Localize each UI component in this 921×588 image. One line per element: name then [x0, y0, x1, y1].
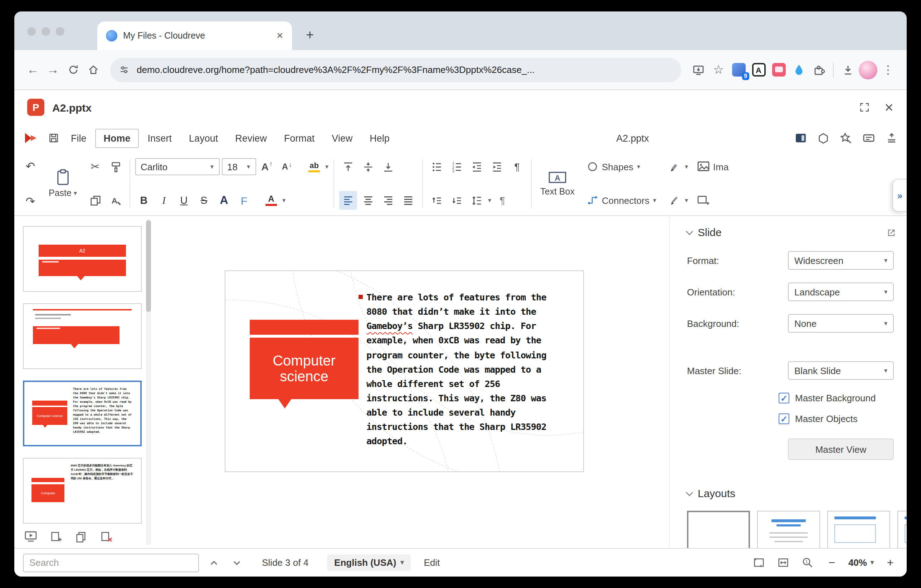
strikethrough-icon[interactable]: S [195, 192, 213, 209]
feedback-star-icon[interactable] [840, 132, 852, 145]
hide-toolbar-icon[interactable] [885, 132, 898, 145]
layouts-section-header[interactable]: Layouts [687, 487, 894, 499]
extension-drop-icon[interactable] [789, 60, 809, 80]
layout-blank[interactable] [687, 511, 750, 548]
title-shape[interactable]: Computer science [250, 338, 358, 399]
slide-thumbnail-4[interactable]: Computer 8080 芯片的很多功能都没有加入 Gameboy 的芯片 L… [23, 458, 142, 524]
font-name-select[interactable]: Carlito [135, 158, 219, 175]
bold-icon[interactable]: B [135, 192, 153, 209]
highlight-color-icon[interactable]: ab [305, 158, 323, 176]
duplicate-slide-icon[interactable] [75, 530, 87, 543]
align-right-icon[interactable] [379, 191, 397, 210]
format-select[interactable]: Widescreen [788, 251, 894, 270]
paragraph-settings-icon[interactable] [493, 191, 511, 210]
install-app-icon[interactable] [688, 60, 708, 80]
paragraph-space-after-icon[interactable] [448, 191, 466, 210]
copy-style-icon[interactable]: A [106, 191, 124, 210]
forward-button[interactable] [43, 60, 63, 80]
insert-placeholder-icon[interactable] [694, 191, 712, 210]
downloads-icon[interactable] [838, 60, 858, 80]
char-style-f-icon[interactable]: F [235, 192, 253, 209]
align-text-top-icon[interactable] [339, 158, 357, 176]
theme-toggle-icon[interactable] [794, 132, 807, 145]
caret-down-icon[interactable] [282, 197, 286, 203]
highlighter-pen-icon[interactable] [665, 158, 683, 176]
toolbar-overflow-button[interactable] [892, 179, 907, 212]
search-input[interactable] [23, 553, 199, 572]
zoom-in-button[interactable] [882, 555, 898, 570]
zoom-window-button[interactable] [56, 27, 64, 36]
menu-help[interactable]: Help [361, 128, 398, 148]
expand-viewer-icon[interactable] [858, 102, 870, 113]
zoom-actual-icon[interactable]: 1 [800, 555, 815, 570]
redo-icon[interactable] [21, 192, 39, 210]
thumbnails-scrollbar[interactable] [146, 219, 151, 545]
menu-home[interactable]: Home [95, 128, 139, 148]
advanced-settings-icon[interactable] [887, 227, 897, 237]
menu-review[interactable]: Review [226, 128, 275, 148]
decrease-font-icon[interactable]: A↓ [278, 158, 296, 176]
delete-slide-icon[interactable] [100, 530, 113, 543]
master-view-button[interactable]: Master View [788, 439, 894, 460]
back-button[interactable] [23, 60, 43, 80]
title-shape-top[interactable] [250, 320, 358, 335]
align-left-icon[interactable] [339, 191, 357, 210]
char-style-a-icon[interactable]: A [215, 192, 233, 209]
search-next-icon[interactable] [229, 555, 245, 570]
zoom-level[interactable]: 40% [848, 557, 874, 568]
paragraph-mark-icon[interactable] [508, 158, 526, 176]
minimize-window-button[interactable] [42, 27, 50, 36]
format-painter-icon[interactable] [106, 158, 124, 176]
align-justify-icon[interactable] [399, 191, 417, 210]
slide-section-header[interactable]: Slide [687, 226, 894, 238]
site-settings-icon[interactable] [119, 64, 130, 75]
slide-canvas[interactable]: Computer science There are lots of featu… [153, 216, 669, 548]
line-spacing-icon[interactable] [468, 191, 486, 210]
close-window-button[interactable] [27, 27, 36, 36]
cut-icon[interactable] [86, 158, 104, 176]
orientation-select[interactable]: Landscape [788, 283, 894, 301]
extension-tv-icon[interactable] [768, 60, 789, 80]
tab-close-icon[interactable] [276, 31, 283, 41]
hotkeys-card-icon[interactable] [862, 132, 875, 145]
background-select[interactable]: None [788, 314, 894, 333]
language-selector[interactable]: English (USA) [327, 554, 411, 571]
extension-shield-icon[interactable]: 9 [729, 60, 749, 80]
add-slide-icon[interactable] [50, 530, 62, 543]
reload-button[interactable] [63, 60, 83, 80]
home-button[interactable] [83, 60, 103, 80]
master-objects-checkbox[interactable] [779, 413, 789, 424]
layout-two-content[interactable] [897, 511, 907, 548]
close-viewer-icon[interactable] [884, 101, 894, 114]
caret-down-icon[interactable] [325, 164, 329, 170]
numbered-list-icon[interactable]: 123 [448, 158, 466, 176]
font-size-select[interactable]: 18 [221, 158, 256, 175]
underline-icon[interactable]: U [175, 192, 193, 209]
current-slide[interactable]: Computer science There are lots of featu… [225, 270, 584, 472]
increase-indent-icon[interactable] [488, 158, 506, 176]
profile-avatar[interactable] [858, 60, 878, 80]
bullet-list-icon[interactable] [428, 158, 446, 176]
save-icon[interactable] [44, 129, 62, 147]
start-slideshow-icon[interactable] [24, 531, 37, 542]
menu-layout[interactable]: Layout [180, 128, 226, 148]
browser-tab[interactable]: My Files - Cloudreve [97, 21, 292, 50]
slide-thumbnail-2[interactable] [23, 303, 142, 369]
insert-image-button[interactable]: Ima [694, 158, 731, 176]
menu-file[interactable]: File [62, 128, 95, 148]
browser-menu-icon[interactable] [878, 60, 898, 80]
paste-button[interactable]: Paste [42, 155, 83, 212]
caret-down-icon[interactable] [488, 197, 491, 203]
pen-icon[interactable] [665, 191, 683, 210]
master-slide-select[interactable]: Blank Slide [788, 361, 894, 380]
master-background-checkbox[interactable] [779, 393, 789, 403]
undo-icon[interactable] [21, 157, 39, 175]
menu-view[interactable]: View [323, 128, 361, 148]
layout-title-content[interactable] [757, 511, 820, 548]
slide-thumbnail-1[interactable]: A2 [23, 226, 142, 292]
menu-insert[interactable]: Insert [139, 128, 181, 148]
caret-down-icon[interactable] [685, 164, 688, 170]
layout-title-box[interactable] [827, 511, 890, 548]
menu-format[interactable]: Format [275, 128, 324, 148]
caret-down-icon[interactable] [685, 197, 688, 203]
